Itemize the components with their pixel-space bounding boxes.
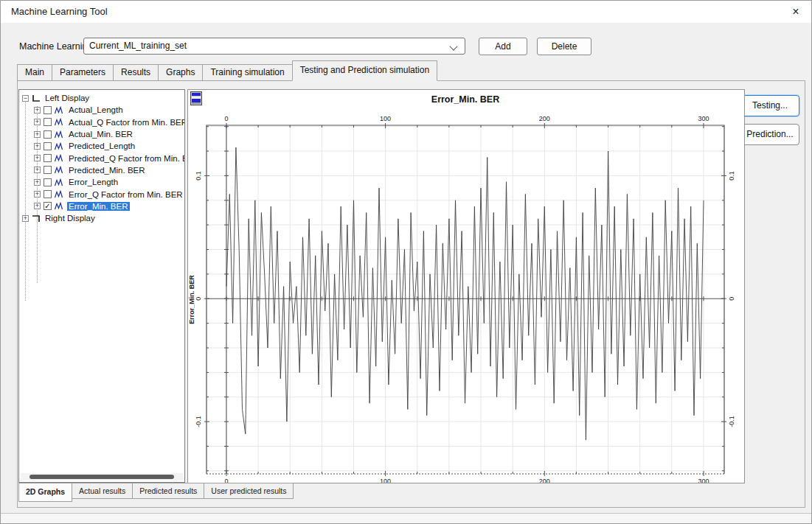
scrollbar-thumb[interactable] <box>30 475 174 479</box>
y-tick-label-left: -0.1 <box>195 416 202 427</box>
collapse-icon[interactable]: − <box>22 95 29 102</box>
waveform-icon <box>55 166 64 174</box>
tree-item-predicted-min-ber[interactable]: +Predicted_Min. BER <box>19 164 184 176</box>
display-tree-panel: −Left Display+Actual_Length+Actual_Q Fac… <box>18 89 185 483</box>
chart-title: Error_Min. BER <box>431 94 499 105</box>
expand-icon[interactable]: + <box>34 131 41 138</box>
x-tick-label-bottom: 200 <box>539 478 550 483</box>
chevron-down-icon[interactable] <box>449 42 457 50</box>
left-display-icon <box>32 94 41 102</box>
x-tick-label-top: 100 <box>380 115 391 122</box>
tree-item-label: Right Display <box>44 214 97 223</box>
close-icon[interactable]: × <box>788 4 804 20</box>
expand-icon[interactable]: + <box>34 203 41 209</box>
tree-item-label: Error_Min. BER <box>67 202 130 211</box>
x-tick-label-top: 300 <box>698 115 709 122</box>
tree-item-error-length[interactable]: +Error_Length <box>19 176 184 188</box>
waveform-icon <box>55 190 64 198</box>
tree-item-label: Actual_Min. BER <box>67 130 134 139</box>
x-tick-label-bottom: 100 <box>380 478 391 483</box>
combobox-value: Current_ML_training_set <box>89 41 187 51</box>
tab-training-simulation[interactable]: Training simulation <box>202 64 292 81</box>
waveform-icon <box>55 202 64 210</box>
tree-item-error-min-ber[interactable]: +✓Error_Min. BER <box>19 200 184 212</box>
waveform-icon <box>55 130 64 139</box>
y-tick-label-left: 0.1 <box>195 171 202 181</box>
tree-item-error-q-factor-from-min-ber[interactable]: +Error_Q Factor from Min. BER <box>19 188 184 200</box>
tree-item-label: Left Display <box>44 94 91 102</box>
expand-icon[interactable]: + <box>34 119 41 125</box>
x-tick-label-bottom: 300 <box>698 478 709 483</box>
testing-button[interactable]: Testing... <box>740 95 799 116</box>
tree-item-label: Actual_Length <box>67 105 125 114</box>
window-title: Machine Learning Tool <box>11 1 108 23</box>
checkbox-error-length[interactable] <box>44 178 52 186</box>
expand-icon[interactable]: + <box>34 191 41 198</box>
expand-icon[interactable]: + <box>34 167 41 173</box>
bottom-tab-actual-results[interactable]: Actual results <box>72 483 133 499</box>
y-tick-label-right: -0.1 <box>728 416 735 427</box>
tab-parameters[interactable]: Parameters <box>52 64 114 81</box>
tree-item-actual-length[interactable]: +Actual_Length <box>19 104 184 116</box>
tree-item-actual-min-ber[interactable]: +Actual_Min. BER <box>19 128 184 140</box>
machine-learning-name-combobox[interactable]: Current_ML_training_set <box>83 38 465 55</box>
tree-item-actual-q-factor-from-min-ber[interactable]: +Actual_Q Factor from Min. BER <box>19 116 184 128</box>
tree-item-label: Predicted_Length <box>67 142 136 150</box>
expand-icon[interactable]: + <box>34 179 41 186</box>
tab-graphs[interactable]: Graphs <box>158 64 203 81</box>
checkbox-predicted-length[interactable] <box>44 142 52 150</box>
checkbox-predicted-q-factor-from-min-ber[interactable] <box>44 154 52 162</box>
waveform-icon <box>55 118 64 126</box>
tree-item-label: Error_Q Factor from Min. BER <box>67 190 184 199</box>
tree-item-right-display[interactable]: +Right Display <box>19 212 184 224</box>
checkbox-actual-q-factor-from-min-ber[interactable] <box>44 118 52 126</box>
bottom-tab-predicted-results[interactable]: Predicted results <box>132 483 204 499</box>
y-tick-label-right: 0 <box>728 297 735 301</box>
expand-icon[interactable]: + <box>22 215 29 222</box>
y-axis-title: Error_Min. BER <box>188 275 195 324</box>
x-tick-label-top: 200 <box>539 115 550 122</box>
right-display-icon <box>32 214 41 223</box>
prediction-button[interactable]: Prediction... <box>740 124 799 145</box>
tree-item-left-display[interactable]: −Left Display <box>19 92 184 104</box>
tree-item-label: Predicted_Min. BER <box>67 166 147 175</box>
chart-canvas: 001001002002003003000.10.100-0.1-0.1Erro… <box>188 90 744 483</box>
tree-item-label: Actual_Q Factor from Min. BER <box>67 118 184 127</box>
checkbox-error-q-factor-from-min-ber[interactable] <box>44 190 52 198</box>
x-tick-label-top: 0 <box>224 115 228 122</box>
main-tabstrip: MainParametersResultsGraphsTraining simu… <box>17 62 437 81</box>
add-button[interactable]: Add <box>479 38 527 55</box>
tab-main[interactable]: Main <box>17 64 52 81</box>
chart-panel: 001001002002003003000.10.100-0.1-0.1Erro… <box>187 89 745 483</box>
waveform-icon <box>55 178 64 186</box>
tab-results[interactable]: Results <box>113 64 159 81</box>
tree-item-predicted-q-factor-from-min-ber[interactable]: +Predicted_Q Factor from Min. BER <box>19 152 184 164</box>
y-tick-label-right: 0.1 <box>728 171 735 181</box>
checkbox-actual-min-ber[interactable] <box>44 130 52 139</box>
tree-item-label: Predicted_Q Factor from Min. BER <box>67 154 184 163</box>
tree-item-predicted-length[interactable]: +Predicted_Length <box>19 140 184 152</box>
tree-item-label: Error_Length <box>67 178 119 186</box>
checkbox-predicted-min-ber[interactable] <box>44 166 52 174</box>
checkbox-error-min-ber[interactable]: ✓ <box>44 202 52 210</box>
window-footer <box>1 513 811 523</box>
waveform-icon <box>55 142 64 150</box>
expand-icon[interactable]: + <box>34 107 41 113</box>
bottom-tab-user-predicted-results[interactable]: User predicted results <box>204 483 294 499</box>
delete-button[interactable]: Delete <box>537 38 591 55</box>
tree-horizontal-scrollbar[interactable] <box>21 473 183 481</box>
expand-icon[interactable]: + <box>34 155 41 161</box>
machine-learning-tool-dialog: Machine Learning Tool × Machine Learning… <box>0 0 812 524</box>
tree-rows: −Left Display+Actual_Length+Actual_Q Fac… <box>19 92 184 224</box>
titlebar: Machine Learning Tool × <box>1 1 811 23</box>
results-tabstrip: 2D GraphsActual resultsPredicted results… <box>18 483 293 502</box>
tab-testing-and-prediction-simulation[interactable]: Testing and Prediction simulation <box>292 60 437 81</box>
waveform-icon <box>55 106 64 114</box>
bottom-tab-2d-graphs[interactable]: 2D Graphs <box>18 483 72 502</box>
waveform-icon <box>55 154 64 162</box>
y-tick-label-left: 0 <box>195 297 202 301</box>
data-series-line <box>226 147 704 440</box>
expand-icon[interactable]: + <box>34 143 41 150</box>
checkbox-actual-length[interactable] <box>44 106 52 114</box>
x-tick-label-bottom: 0 <box>224 478 228 483</box>
